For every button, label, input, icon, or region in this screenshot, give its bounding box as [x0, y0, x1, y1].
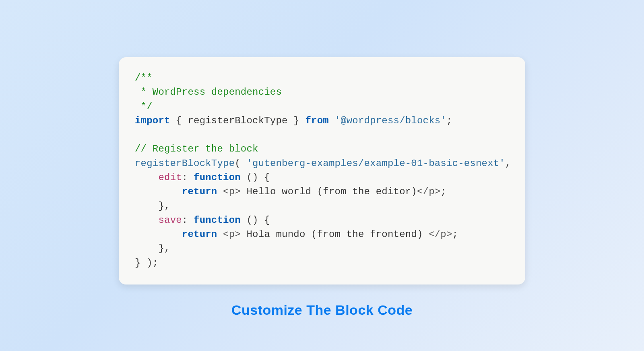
- prop-edit: edit: [158, 172, 182, 183]
- tag-p-open: <p>: [223, 186, 241, 197]
- indent: [135, 186, 182, 197]
- tag-p-close: </p>: [417, 186, 440, 197]
- edit-text: Hello world (from the editor): [241, 186, 417, 197]
- semicolon: ;: [440, 186, 446, 197]
- indent: [135, 243, 158, 254]
- final-close: } );: [135, 258, 158, 268]
- caption-title: Customize The Block Code: [231, 302, 413, 318]
- space: [329, 115, 335, 126]
- colon: :: [182, 172, 194, 183]
- fn-register: registerBlockType: [135, 158, 235, 169]
- semicolon: ;: [452, 229, 458, 240]
- brace-close: }: [288, 115, 305, 126]
- tag-p-open: <p>: [223, 229, 241, 240]
- brace-close-comma: },: [158, 243, 170, 254]
- semicolon: ;: [446, 115, 452, 126]
- comment-line: * WordPress dependencies: [135, 87, 282, 98]
- paren-open: (: [235, 158, 246, 169]
- indent: [135, 172, 158, 183]
- kw-return: return: [182, 186, 217, 197]
- kw-function: function: [194, 215, 241, 226]
- func-sig: () {: [241, 172, 270, 183]
- code-block: /** * WordPress dependencies */ import {…: [135, 71, 509, 270]
- code-card: /** * WordPress dependencies */ import {…: [119, 57, 525, 285]
- import-name: registerBlockType: [188, 115, 287, 126]
- kw-from: from: [305, 115, 329, 126]
- comment-register: // Register the block: [135, 143, 258, 154]
- tag-p-close: </p>: [429, 229, 452, 240]
- comment-open: /**: [135, 73, 153, 83]
- indent: [135, 229, 182, 240]
- brace-open: {: [170, 115, 188, 126]
- block-id-string: 'gutenberg-examples/example-01-basic-esn…: [246, 158, 505, 169]
- kw-function: function: [194, 172, 241, 183]
- kw-return: return: [182, 229, 217, 240]
- space: [217, 229, 223, 240]
- import-module: '@wordpress/blocks': [335, 115, 446, 126]
- prop-save: save: [158, 215, 182, 226]
- kw-import: import: [135, 115, 170, 126]
- comma: ,: [505, 158, 511, 169]
- comment-close: */: [135, 101, 153, 112]
- brace-close-comma: },: [158, 201, 170, 212]
- space: [217, 186, 223, 197]
- colon: :: [182, 215, 194, 226]
- indent: [135, 215, 158, 226]
- indent: [135, 201, 158, 212]
- func-sig: () {: [241, 215, 270, 226]
- save-text: Hola mundo (from the frontend): [241, 229, 429, 240]
